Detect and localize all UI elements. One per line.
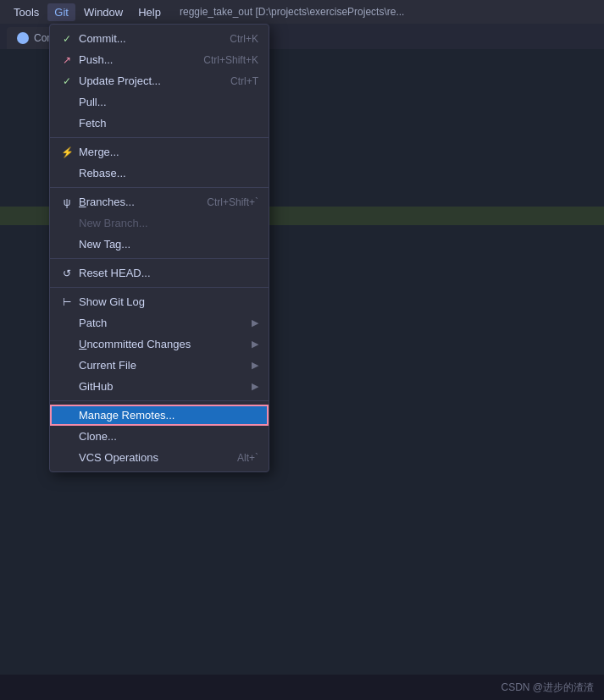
merge-icon: ⚡ bbox=[60, 146, 74, 158]
github-label: GitHub bbox=[79, 380, 243, 393]
menu-item-new-tag[interactable]: New Tag... bbox=[50, 234, 269, 255]
push-label: Push... bbox=[79, 53, 198, 66]
menu-item-show-git-log[interactable]: ⊢ Show Git Log bbox=[50, 291, 269, 312]
menu-item-reset-head[interactable]: ↺ Reset HEAD... bbox=[50, 262, 269, 284]
menu-item-github[interactable]: GitHub ▶ bbox=[50, 376, 269, 397]
reset-head-label: Reset HEAD... bbox=[79, 267, 258, 279]
separator-3 bbox=[50, 258, 269, 259]
patch-label: Patch bbox=[79, 317, 243, 329]
menu-item-fetch[interactable]: Fetch bbox=[50, 113, 269, 134]
separator-4 bbox=[50, 287, 269, 288]
menu-git[interactable]: Git bbox=[47, 3, 75, 21]
menu-item-commit[interactable]: ✓ Commit... Ctrl+K bbox=[50, 28, 269, 49]
window-title: reggie_take_out [D:\projects\exercisePro… bbox=[180, 6, 404, 18]
uncommitted-submenu-arrow: ▶ bbox=[252, 339, 258, 350]
menu-item-new-branch: New Branch... bbox=[50, 212, 269, 234]
menu-bar: Tools Git Window Help reggie_take_out [D… bbox=[0, 0, 604, 24]
commit-shortcut: Ctrl+K bbox=[230, 33, 258, 45]
java-file-icon bbox=[17, 32, 29, 44]
git-log-icon: ⊢ bbox=[60, 296, 74, 308]
fetch-label: Fetch bbox=[79, 117, 258, 130]
clone-label: Clone... bbox=[79, 430, 258, 443]
rebase-label: Rebase... bbox=[79, 167, 258, 179]
menu-item-update[interactable]: ✓ Update Project... Ctrl+T bbox=[50, 70, 269, 91]
separator-2 bbox=[50, 187, 269, 188]
commit-label: Commit... bbox=[79, 32, 224, 45]
merge-label: Merge... bbox=[79, 146, 258, 158]
pull-label: Pull... bbox=[79, 96, 258, 108]
manage-remotes-label: Manage Remotes... bbox=[79, 409, 258, 422]
uncommitted-label: Uncommitted Changes bbox=[79, 338, 243, 350]
separator-5 bbox=[50, 400, 269, 401]
github-submenu-arrow: ▶ bbox=[252, 381, 258, 392]
git-log-label: Show Git Log bbox=[79, 295, 258, 308]
current-file-submenu-arrow: ▶ bbox=[252, 360, 258, 371]
menu-item-vcs-operations[interactable]: VCS Operations Alt+` bbox=[50, 447, 269, 468]
menu-item-branches[interactable]: ψ Branches... Ctrl+Shift+` bbox=[50, 191, 269, 212]
update-icon: ✓ bbox=[60, 75, 74, 87]
vcs-shortcut: Alt+` bbox=[237, 452, 258, 464]
separator-1 bbox=[50, 137, 269, 138]
update-label: Update Project... bbox=[79, 74, 225, 87]
branches-shortcut: Ctrl+Shift+` bbox=[207, 196, 258, 208]
menu-tools[interactable]: Tools bbox=[7, 3, 46, 21]
patch-submenu-arrow: ▶ bbox=[252, 317, 258, 328]
menu-help[interactable]: Help bbox=[131, 3, 168, 21]
reset-icon: ↺ bbox=[60, 267, 74, 279]
new-branch-label: New Branch... bbox=[79, 217, 258, 229]
branches-label: Branches... bbox=[79, 196, 202, 208]
vcs-operations-label: VCS Operations bbox=[79, 451, 232, 464]
menu-item-current-file[interactable]: Current File ▶ bbox=[50, 355, 269, 376]
attribution-text: CSDN @进步的渣渣 bbox=[501, 681, 594, 695]
menu-item-push[interactable]: ↗ Push... Ctrl+Shift+K bbox=[50, 49, 269, 70]
branches-icon: ψ bbox=[60, 196, 74, 208]
menu-item-rebase[interactable]: Rebase... bbox=[50, 163, 269, 184]
new-tag-label: New Tag... bbox=[79, 238, 258, 251]
menu-item-clone[interactable]: Clone... bbox=[50, 426, 269, 447]
menu-item-uncommitted[interactable]: Uncommitted Changes ▶ bbox=[50, 333, 269, 355]
current-file-label: Current File bbox=[79, 359, 243, 372]
push-shortcut: Ctrl+Shift+K bbox=[203, 54, 258, 66]
menu-item-patch[interactable]: Patch ▶ bbox=[50, 312, 269, 333]
git-dropdown-menu: ✓ Commit... Ctrl+K ↗ Push... Ctrl+Shift+… bbox=[49, 24, 269, 472]
status-bar: CSDN @进步的渣渣 bbox=[0, 675, 604, 700]
menu-window[interactable]: Window bbox=[77, 3, 130, 21]
update-shortcut: Ctrl+T bbox=[230, 75, 258, 87]
commit-icon: ✓ bbox=[60, 33, 74, 45]
menu-item-manage-remotes[interactable]: Manage Remotes... bbox=[50, 405, 269, 426]
menu-item-pull[interactable]: Pull... bbox=[50, 91, 269, 113]
menu-item-merge[interactable]: ⚡ Merge... bbox=[50, 141, 269, 163]
push-icon: ↗ bbox=[60, 54, 74, 66]
